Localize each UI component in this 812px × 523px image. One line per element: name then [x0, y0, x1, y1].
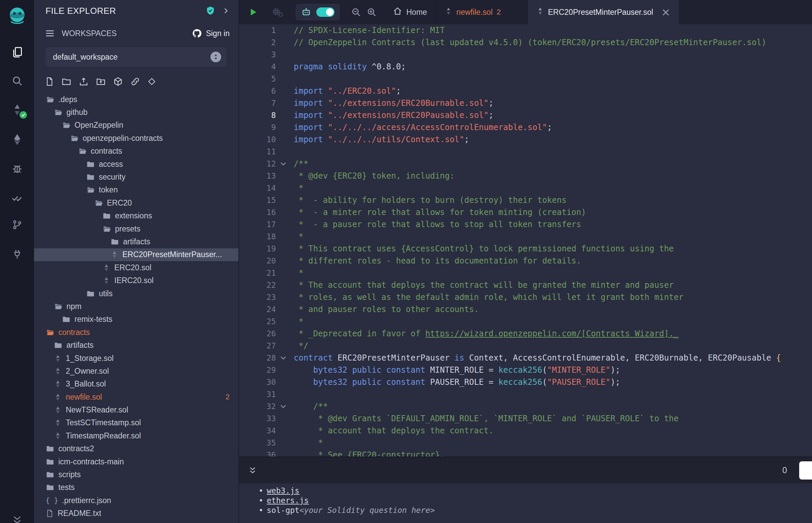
tree-item-openzeppelin-contracts[interactable]: openzeppelin-contracts [34, 132, 239, 145]
chevron-right-icon[interactable] [222, 7, 230, 15]
hamburger-menu-icon[interactable] [45, 28, 55, 38]
code-line-5[interactable]: 5 [239, 73, 812, 85]
init-git-icon[interactable] [147, 77, 156, 86]
tree-item-erc20-sol[interactable]: ERC20.sol [34, 261, 239, 274]
code-line-33[interactable]: 33 * @dev Grants `DEFAULT_ADMIN_ROLE`, `… [239, 413, 812, 425]
code-line-19[interactable]: 19 * This contract uses {AccessControl} … [239, 242, 812, 255]
code-line-17[interactable]: 17 * - a pauser role that allows to stop… [239, 218, 812, 231]
tree-item-openzeppelin[interactable]: OpenZeppelin [34, 119, 239, 132]
tree-item-npm[interactable]: npm [34, 300, 239, 313]
tree-item-timestampreader-sol[interactable]: TimestampReader.sol [34, 429, 239, 442]
tree-item-erc20presetminterpauser[interactable]: ERC20PresetMinterPauser... [34, 248, 239, 261]
search-icon[interactable] [0, 75, 34, 87]
tree-item-extensions[interactable]: extensions [34, 210, 239, 222]
code-line-15[interactable]: 15 * - ability for holders to burn (dest… [239, 194, 812, 206]
github-icon[interactable] [192, 28, 202, 38]
connect-localhost-icon[interactable] [130, 76, 140, 87]
tree-item-presets[interactable]: presets [34, 222, 239, 235]
code-line-32[interactable]: 32 /** [239, 400, 812, 413]
tree-item-github[interactable]: github [34, 106, 239, 119]
code-line-25[interactable]: 25 * [239, 315, 812, 327]
debugger-icon[interactable] [0, 163, 34, 174]
code-line-1[interactable]: 1// SPDX-License-Identifier: MIT [239, 24, 812, 36]
tree-item-scripts[interactable]: scripts [34, 468, 239, 481]
code-line-3[interactable]: 3 [239, 49, 812, 61]
new-file-icon[interactable] [45, 76, 54, 87]
git-icon[interactable] [0, 219, 34, 231]
code-line-9[interactable]: 9import "../../../access/AccessControlEn… [239, 121, 812, 133]
tree-item-1-storage-sol[interactable]: 1_Storage.sol [34, 352, 239, 365]
code-line-30[interactable]: 30 bytes32 public constant PAUSER_ROLE =… [239, 376, 812, 388]
tree-item-artifacts[interactable]: artifacts [34, 339, 239, 351]
new-folder-icon[interactable] [61, 76, 71, 87]
deploy-run-icon[interactable] [0, 133, 34, 146]
code-line-13[interactable]: 13 * @dev {ERC20} token, including: [239, 170, 812, 182]
tab-home[interactable]: Home [384, 0, 436, 24]
code-line-24[interactable]: 24 * and pauser roles to other accounts. [239, 303, 812, 315]
tree-item-contracts2[interactable]: contracts2 [34, 443, 239, 455]
sign-in-button[interactable]: Sign in [206, 29, 230, 38]
tree-item-token[interactable]: token [34, 184, 239, 196]
code-line-2[interactable]: 2// OpenZeppelin Contracts (last updated… [239, 36, 812, 49]
fold-toggle-icon[interactable] [276, 400, 291, 413]
code-line-29[interactable]: 29 bytes32 public constant MINTER_ROLE =… [239, 364, 812, 376]
tree-item-ierc20-sol[interactable]: IERC20.sol [34, 274, 239, 287]
terminal-link[interactable]: web3.js [267, 486, 299, 496]
code-line-34[interactable]: 34 * account that deploys the contract. [239, 425, 812, 437]
tree-item-testsctimestamp-sol[interactable]: TestSCTimestamp.sol [34, 416, 239, 429]
zoom-out-icon[interactable] [351, 7, 361, 17]
code-line-18[interactable]: 18 * [239, 231, 812, 242]
code-line-8[interactable]: 8import "../extensions/ERC20Pausable.sol… [239, 109, 812, 121]
code-line-20[interactable]: 20 * different roles - head to its docum… [239, 255, 812, 267]
tab-erc20-preset-minter-pauser[interactable]: ERC20PresetMinterPauser.sol × [527, 0, 679, 24]
copilot-toggle[interactable] [316, 7, 335, 17]
code-line-35[interactable]: 35 * [239, 437, 812, 449]
fold-toggle-icon[interactable] [276, 352, 291, 364]
code-editor[interactable]: 1// SPDX-License-Identifier: MIT2// Open… [239, 24, 812, 457]
tree-item-artifacts[interactable]: artifacts [34, 235, 239, 248]
tree-item-security[interactable]: security [34, 170, 239, 183]
workspace-selector[interactable]: default_workspace [46, 47, 226, 67]
code-line-11[interactable]: 11 [239, 146, 812, 158]
code-line-28[interactable]: 28contract ERC20PresetMinterPauser is Co… [239, 352, 812, 364]
collapse-sidebar-icon[interactable] [0, 515, 34, 523]
tree-item-readme-txt[interactable]: README.txt [34, 507, 239, 520]
unit-testing-icon[interactable] [0, 193, 34, 203]
workspace-actions-button[interactable] [209, 51, 222, 64]
solidity-compiler-icon[interactable] [0, 104, 34, 116]
tree-item-prettierrc-json[interactable]: { }.prettierrc.json [34, 494, 239, 507]
code-line-26[interactable]: 26 * _Deprecated in favor of https://wiz… [239, 327, 812, 340]
code-line-23[interactable]: 23 * roles, as well as the default admin… [239, 291, 812, 303]
load-template-icon[interactable] [113, 76, 123, 87]
code-line-7[interactable]: 7import "../extensions/ERC20Burnable.sol… [239, 97, 812, 109]
code-line-4[interactable]: 4pragma solidity ^0.8.0; [239, 61, 812, 73]
code-line-27[interactable]: 27 */ [239, 340, 812, 352]
tree-item-2-owner-sol[interactable]: 2_Owner.sol [34, 365, 239, 377]
code-line-6[interactable]: 6import "../ERC20.sol"; [239, 85, 812, 97]
expand-terminal-icon[interactable] [248, 466, 257, 475]
tree-item-deps[interactable]: .deps [34, 93, 239, 106]
tab-newfile[interactable]: newfile.sol 2 [436, 0, 510, 24]
run-script-button[interactable] [248, 7, 258, 17]
tree-item-remix-tests[interactable]: remix-tests [34, 313, 239, 326]
code-line-31[interactable]: 31 [239, 388, 812, 400]
code-line-16[interactable]: 16 * - a minter role that allows for tok… [239, 206, 812, 218]
tree-item-tests[interactable]: tests [34, 481, 239, 494]
fold-toggle-icon[interactable] [276, 158, 291, 170]
tree-item-newtsreader-sol[interactable]: NewTSReader.sol [34, 403, 239, 416]
tree-item-erc20[interactable]: ERC20 [34, 196, 239, 209]
tree-item-utils[interactable]: utils [34, 287, 239, 300]
tree-item-contracts[interactable]: contracts [34, 326, 239, 339]
code-line-36[interactable]: 36 * See {ERC20-constructor}. [239, 449, 812, 457]
tree-item-3-ballot-sol[interactable]: 3_Ballot.sol [34, 378, 239, 391]
script-config-gears-icon[interactable] [271, 7, 284, 18]
code-line-12[interactable]: 12/** [239, 158, 812, 170]
remix-logo[interactable] [0, 5, 34, 27]
terminal-search-box[interactable] [799, 461, 812, 480]
zoom-in-icon[interactable] [367, 7, 377, 17]
shield-icon[interactable] [205, 5, 215, 16]
tree-item-icm-contracts-main[interactable]: icm-contracts-main [34, 455, 239, 468]
close-tab-icon[interactable]: × [661, 7, 670, 18]
upload-file-icon[interactable] [78, 76, 89, 87]
tree-item-contracts[interactable]: contracts [34, 145, 239, 158]
